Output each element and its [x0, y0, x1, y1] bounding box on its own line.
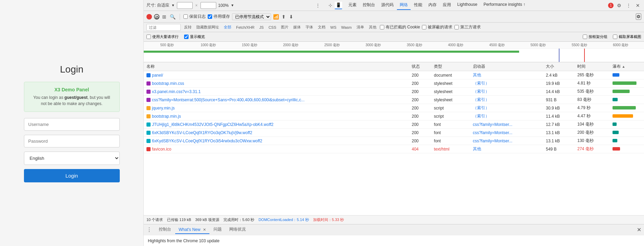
col-type[interactable]: 类型	[431, 62, 470, 71]
filter-hide-data-urls[interactable]: 隐藏数据网址	[195, 24, 220, 30]
clear-button[interactable]: ⊘	[154, 14, 159, 20]
nav-lighthouse[interactable]: Lighthouse	[454, 1, 480, 10]
nav-memory[interactable]: 内存	[426, 1, 439, 10]
filter-all[interactable]: 全部	[222, 24, 233, 30]
filter-media[interactable]: 媒体	[292, 24, 302, 30]
cell-name: x3.panel.min.css?v=3.31.1	[144, 88, 409, 96]
large-rows-label[interactable]: 使用大量请求行	[146, 34, 179, 39]
table-row[interactable]: jquery.min.js200script（索引）30.9 kB4.79 秒	[144, 104, 644, 112]
filter-other[interactable]: 其他	[368, 24, 378, 30]
table-row[interactable]: css?family=Montserrat:500|Source+Sans+Pr…	[144, 96, 644, 104]
height-input[interactable]: 828	[201, 2, 216, 9]
blocked-cookies-checkbox[interactable]	[380, 25, 384, 29]
large-rows-checkbox[interactable]	[146, 35, 151, 39]
blocked-cookies-label[interactable]: 有已拦截的 Cookie	[380, 24, 420, 30]
table-row[interactable]: favicon.ico404text/html其他549 B274 毫秒	[144, 145, 644, 153]
zoom-dropdown-icon[interactable]: ▼	[231, 3, 234, 7]
capture-screenshots-checkbox[interactable]	[613, 35, 617, 39]
show-overview-label[interactable]: 显示概览	[184, 34, 205, 39]
tab-network-conditions[interactable]: 网络状况	[226, 225, 249, 234]
throttle-select[interactable]: 已停用节流模式	[232, 13, 271, 20]
table-row[interactable]: bootstrap.min.js200script（索引）11.4 kB4.47…	[144, 112, 644, 120]
filter-manifest[interactable]: 清单	[355, 24, 365, 30]
group-by-frame-label[interactable]: 按框架分组	[583, 34, 607, 39]
devtools-panel: 尺寸: 自适应 ▼ 488 × 828 100% ▼ ⋮ ⊹ 📱 元素 控制台 …	[144, 0, 644, 246]
filter-img[interactable]: 图片	[280, 24, 290, 30]
preserve-log-label[interactable]: 保留日志	[183, 14, 206, 20]
nav-performance[interactable]: 性能	[411, 1, 425, 10]
settings-panel-button[interactable]: ⚙	[636, 13, 641, 20]
login-title: Login	[60, 64, 83, 75]
show-overview-checkbox[interactable]	[184, 35, 189, 39]
filter-font[interactable]: 字体	[304, 24, 314, 30]
nav-network[interactable]: 网络	[397, 1, 411, 10]
disable-cache-label[interactable]: 停用缓存	[208, 14, 230, 20]
filter-icon[interactable]: ⊞	[162, 13, 167, 20]
table-row[interactable]: JTUHjIg1_i6t8kCHKm4532VJOt5-QNFgpCtZ6Hw5…	[144, 120, 644, 129]
table-row[interactable]: panel/200document其他2.4 kB265 毫秒	[144, 71, 644, 79]
capture-screenshots-label[interactable]: 截取屏幕截图	[613, 34, 641, 39]
third-party-checkbox[interactable]	[454, 25, 459, 29]
more-options-button[interactable]: ⋮	[314, 2, 322, 9]
table-row[interactable]: bootstrap.min.css200stylesheet（索引）19.9 k…	[144, 79, 644, 88]
nav-console[interactable]: 控制台	[360, 1, 378, 10]
col-initiator[interactable]: 启动器	[470, 62, 543, 71]
login-button[interactable]: Login	[24, 169, 120, 182]
nav-sources[interactable]: 源代码	[378, 1, 396, 10]
table-row[interactable]: 6xK3dSBYKcSV-LCoeQqfX1RYOo3qOK7lujVj9w.w…	[144, 129, 644, 137]
cell-name: bootstrap.min.css	[144, 79, 409, 88]
filter-css[interactable]: CSS	[267, 25, 278, 30]
drawer-menu-icon[interactable]: ⋮	[146, 226, 152, 233]
record-button[interactable]	[146, 14, 152, 20]
col-time[interactable]: 时间	[575, 62, 610, 71]
tab-whats-new[interactable]: What's New ✕	[175, 226, 209, 234]
upload-icon[interactable]: ⬆	[281, 13, 286, 20]
filter-ws[interactable]: WS	[329, 25, 338, 30]
settings-button[interactable]: ⚙	[616, 2, 623, 9]
filter-js[interactable]: JS	[258, 25, 265, 30]
group-by-frame-checkbox[interactable]	[583, 35, 587, 39]
zoom-label: 100%	[218, 3, 229, 8]
col-size[interactable]: 大小	[543, 62, 575, 71]
col-status[interactable]: 状态	[409, 62, 431, 71]
blocked-requests-checkbox[interactable]	[422, 25, 426, 29]
close-devtools-button[interactable]: ✕	[634, 2, 641, 9]
network-conditions-icon[interactable]: 📶	[273, 14, 279, 20]
cursor-icon[interactable]: ⊹	[326, 2, 334, 9]
third-party-label[interactable]: 第三方请求	[454, 24, 481, 30]
table-row[interactable]: x3.panel.min.css?v=3.31.1200stylesheet（索…	[144, 88, 644, 96]
filter-invert[interactable]: 反转	[183, 24, 193, 30]
nav-performance-insights[interactable]: Performance insights ↑	[481, 1, 528, 10]
device-icon[interactable]: 📱	[335, 2, 342, 9]
close-whats-new[interactable]: ✕	[203, 228, 206, 232]
close-drawer-button[interactable]: ✕	[637, 226, 641, 233]
tab-console[interactable]: 控制台	[155, 225, 175, 234]
col-name[interactable]: 名称	[144, 62, 409, 71]
cell-status: 200	[409, 79, 431, 88]
tab-issues[interactable]: 问题	[210, 225, 225, 234]
filter-doc[interactable]: 文档	[317, 24, 327, 30]
download-icon[interactable]: ⬇	[288, 13, 294, 20]
search-icon[interactable]: 🔍	[169, 13, 176, 20]
username-input[interactable]	[24, 118, 120, 131]
nav-elements[interactable]: 元素	[346, 1, 359, 10]
password-input[interactable]	[24, 135, 120, 147]
blocked-requests-label[interactable]: 被屏蔽的请求	[422, 24, 452, 30]
disable-cache-checkbox[interactable]	[208, 14, 212, 19]
filter-fetch-xhr[interactable]: Fetch/XHR	[235, 25, 256, 30]
width-input[interactable]: 488	[177, 2, 193, 9]
file-icon	[146, 122, 151, 127]
cell-name: 6xK3dSBYKcSV-LCoeQqfX1RYOo3qOK7lujVj9w.w…	[144, 129, 409, 137]
preserve-log-checkbox[interactable]	[183, 14, 188, 19]
col-waterfall[interactable]: 瀑布 ▲	[610, 62, 644, 71]
nav-application[interactable]: 应用	[440, 1, 454, 10]
cell-initiator: 其他	[470, 145, 543, 153]
language-select[interactable]: English	[24, 152, 120, 165]
more-menu-button[interactable]: ⋮	[625, 2, 632, 9]
file-icon	[146, 139, 151, 143]
filter-wasm[interactable]: Wasm	[340, 25, 353, 30]
dropdown-arrow-icon[interactable]: ▼	[171, 3, 175, 7]
filter-input[interactable]	[146, 24, 181, 31]
cell-type: font	[431, 120, 470, 129]
table-row[interactable]: 6xKydSBYKcSV-LCoeQqfX1RYOo3i54rwlxdu3cOW…	[144, 137, 644, 145]
